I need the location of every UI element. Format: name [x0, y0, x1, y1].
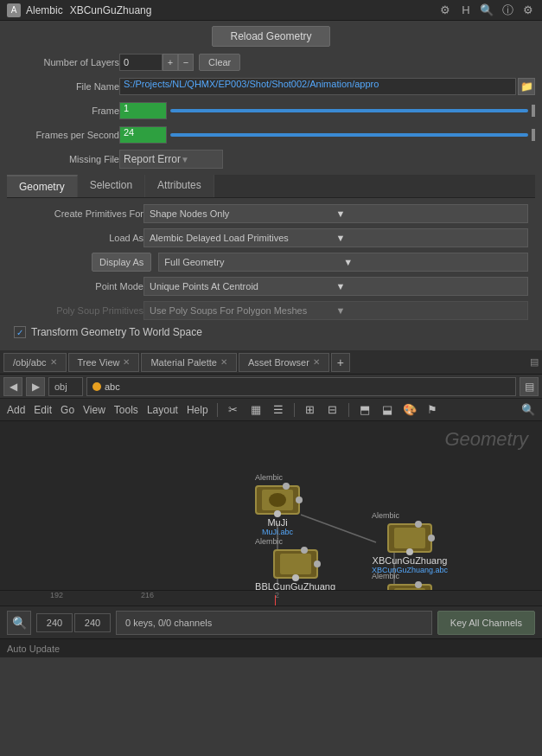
current-frame-1[interactable]: 240	[36, 613, 73, 632]
reload-geometry-button[interactable]: Reload Geometry	[212, 26, 329, 47]
node-muji[interactable]: Alembic MuJi MuJi.abc	[255, 485, 300, 536]
close-material-palette[interactable]: ✕	[220, 357, 227, 367]
color-icon[interactable]: 🎨	[401, 401, 418, 419]
transform-checkbox[interactable]	[14, 326, 26, 338]
tab-geometry[interactable]: Geometry	[7, 175, 78, 197]
layers-control: + − Clear	[119, 54, 535, 71]
gear-icon[interactable]: ⚙	[438, 3, 452, 17]
frame-label: Frame	[7, 106, 119, 116]
viewport-toggle-btn[interactable]: ▤	[520, 377, 539, 396]
node-xacun[interactable]: Alembic XACunGuZhuang XACunGuZhuang.abc	[372, 584, 448, 590]
net-tab-tree-view[interactable]: Tree View ✕	[68, 353, 140, 372]
folder-button[interactable]: 📁	[518, 78, 535, 95]
h-icon[interactable]: H	[459, 3, 473, 17]
muji-label-top: Alembic	[255, 473, 283, 482]
layers-decrement[interactable]: −	[178, 54, 194, 71]
frame-slider-end	[532, 105, 535, 117]
muji-dot-top	[283, 483, 290, 490]
search-icon[interactable]: 🔍	[480, 3, 494, 17]
bblcun-name: BBLCunGuZhuang	[255, 581, 335, 590]
layers-input[interactable]	[119, 54, 163, 71]
obj-path[interactable]: obj	[48, 377, 83, 396]
node-xbcun[interactable]: Alembic XBCunGuZhuang XBCunGuZhuang.abc	[372, 523, 448, 574]
zoom-icon[interactable]: 🔍	[520, 401, 537, 419]
timeline-ruler[interactable]: 192 216 2	[0, 590, 542, 605]
muji-icon[interactable]	[255, 485, 300, 515]
fps-slider-end	[532, 129, 535, 141]
point-mode-label: Point Mode	[14, 281, 143, 292]
menu-tools[interactable]: Tools	[112, 404, 140, 416]
layout-icon[interactable]: ⊞	[302, 401, 319, 419]
xacun-icon[interactable]	[387, 584, 432, 590]
net-tab-obj-abc[interactable]: /obj/abc ✕	[3, 353, 67, 372]
title-bar: A Alembic XBCunGuZhuang ⚙ H 🔍 ⓘ ⚙	[0, 0, 542, 21]
close-tree-view[interactable]: ✕	[123, 357, 130, 367]
load-as-select[interactable]: Alembic Delayed Load Primitives ▼	[143, 228, 528, 247]
menu-go[interactable]: Go	[59, 404, 76, 416]
frame-slider[interactable]	[170, 109, 528, 112]
layout2-icon[interactable]: ⊟	[324, 401, 341, 419]
filename-input[interactable]: S:/Projects/NL/QHMX/EP003/Shot/Shot002/A…	[119, 78, 516, 95]
display-as-select[interactable]: Full Geometry ▼	[158, 253, 528, 272]
bblcun-dot-top	[301, 547, 308, 554]
menu-view[interactable]: View	[81, 404, 107, 416]
muji-dot-bottom	[274, 510, 281, 517]
menu-layout[interactable]: Layout	[145, 404, 180, 416]
xacun-dot-top	[415, 581, 422, 588]
nav-forward-button[interactable]: ▶	[26, 377, 45, 396]
menu-add[interactable]: Add	[5, 404, 27, 416]
create-primitives-label: Create Primitives For	[14, 208, 143, 219]
point-mode-select[interactable]: Unique Points At Centroid ▼	[143, 277, 528, 296]
ruler-mark-2: 216	[141, 591, 154, 599]
status-bar: Auto Update	[0, 638, 542, 657]
transform-label: Transform Geometry To World Space	[31, 326, 202, 338]
network-tabs-bar: /obj/abc ✕ Tree View ✕ Material Palette …	[0, 350, 542, 375]
poly-soup-row: Poly Soup Primitives Use Poly Soups For …	[14, 300, 528, 321]
keyframe-bar: 🔍 240 240 0 keys, 0/0 channels Key All C…	[0, 605, 542, 638]
reload-row: Reload Geometry	[7, 26, 535, 47]
node-bblcun[interactable]: Alembic BBLCunGuZhuang BBLCunGuZhuang.ab…	[255, 549, 335, 590]
xbcun-dot-bottom	[406, 548, 413, 555]
net-tab-end-btn[interactable]: ▤	[530, 356, 539, 368]
net-tab-asset-browser[interactable]: Asset Browser ✕	[239, 353, 329, 372]
settings-icon[interactable]: ⚙	[521, 3, 535, 17]
fps-control: 24	[119, 126, 535, 144]
info-icon[interactable]: ⓘ	[501, 3, 514, 17]
bblcun-icon[interactable]	[273, 549, 318, 579]
close-obj-abc[interactable]: ✕	[50, 357, 57, 367]
tab-attributes[interactable]: Attributes	[145, 175, 214, 197]
view-controls-btn[interactable]: 🔍	[7, 611, 31, 635]
filename-label: File Name	[7, 81, 119, 92]
cut-icon[interactable]: ✂	[225, 401, 242, 419]
key-all-channels-button[interactable]: Key All Channels	[437, 611, 535, 635]
menu-help[interactable]: Help	[185, 404, 210, 416]
missing-file-select[interactable]: Report Error ▼	[119, 150, 223, 169]
fps-slider[interactable]	[170, 133, 528, 137]
menu-edit[interactable]: Edit	[32, 404, 54, 416]
xbcun-icon[interactable]	[387, 523, 432, 553]
abc-path[interactable]: abc	[86, 377, 516, 396]
flag-icon[interactable]: ⚑	[424, 401, 441, 419]
svg-line-0	[301, 515, 376, 542]
muji-name: MuJi	[267, 517, 287, 528]
net-tab-material-palette[interactable]: Material Palette ✕	[141, 353, 236, 372]
list-icon[interactable]: ☰	[270, 401, 287, 419]
bblcun-dot-right	[314, 561, 321, 567]
poly-soup-select[interactable]: Use Poly Soups For Polygon Meshes ▼	[143, 301, 528, 320]
clear-button[interactable]: Clear	[199, 54, 240, 71]
fps-input[interactable]: 24	[119, 126, 167, 144]
grid-icon[interactable]: ▦	[247, 401, 265, 419]
load-as-control: Alembic Delayed Load Primitives ▼	[143, 228, 528, 247]
import-icon[interactable]: ⬓	[379, 401, 396, 419]
current-frame-2[interactable]: 240	[74, 613, 111, 632]
layers-increment[interactable]: +	[163, 54, 178, 71]
create-primitives-select[interactable]: Shape Nodes Only ▼	[143, 204, 528, 223]
display-as-button[interactable]: Display As	[92, 253, 151, 272]
close-asset-browser[interactable]: ✕	[313, 357, 320, 367]
filename-row: File Name S:/Projects/NL/QHMX/EP003/Shot…	[7, 76, 535, 97]
frame-input[interactable]: 1	[119, 102, 167, 119]
tab-selection[interactable]: Selection	[78, 175, 145, 197]
nav-back-button[interactable]: ◀	[3, 377, 22, 396]
add-tab-button[interactable]: +	[331, 353, 350, 372]
export-icon[interactable]: ⬒	[356, 401, 373, 419]
